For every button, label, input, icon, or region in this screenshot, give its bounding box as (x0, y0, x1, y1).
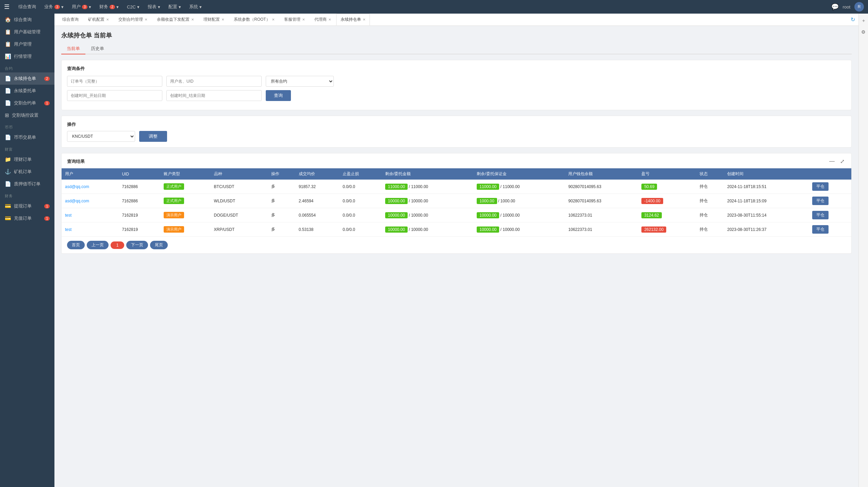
user-link[interactable]: test (65, 227, 71, 232)
card-icon: 💳 (5, 203, 11, 209)
close-position-button[interactable]: 平仓 (812, 182, 829, 191)
operation-contract-select[interactable]: KNC/USDT BTC/USDT WLD/USDT DOGE/USDT XRP… (67, 131, 135, 142)
sidebar-item-永续持仓单[interactable]: 📄 永续持仓单 2 (0, 72, 54, 85)
sidebar-item-充值订单[interactable]: 💳 充值订单 1 (0, 212, 54, 224)
user-link[interactable]: asd@qq.com (65, 184, 89, 189)
nav-item-综合查询[interactable]: 综合查询 (15, 2, 39, 11)
user-name[interactable]: root (843, 4, 850, 10)
tab-系统参数ROOT[interactable]: 系统参数（ROOT） ✕ (229, 14, 279, 26)
dropdown-icon: ▾ (199, 4, 202, 10)
tab-永续持仓单[interactable]: 永续持仓单 ✕ (336, 14, 370, 26)
tab-close-icon[interactable]: ✕ (328, 18, 331, 21)
col-status: 状态 (696, 168, 724, 180)
sidebar-item-矿机订单[interactable]: ⚓ 矿机订单 (0, 166, 54, 178)
tab-客服管理[interactable]: 客服管理 ✕ (280, 14, 309, 26)
tab-close-icon[interactable]: ✕ (106, 18, 109, 21)
cell-user: asd@qq.com (62, 194, 118, 208)
tab-label: 理财配置 (203, 17, 220, 22)
nav-item-系统[interactable]: 系统 ▾ (186, 2, 205, 11)
tab-label: 综合查询 (62, 17, 79, 22)
cell-pnl: 262132.00 (638, 222, 696, 237)
close-position-button[interactable]: 平仓 (812, 197, 829, 205)
message-icon[interactable]: 💬 (831, 3, 839, 11)
cell-direction: 多 (268, 222, 295, 237)
sidebar-item-综合查询[interactable]: 🏠 综合查询 (0, 14, 54, 26)
doc-icon: 📄 (5, 88, 11, 94)
cell-direction: 多 (268, 194, 295, 208)
adjust-button[interactable]: 调整 (139, 131, 167, 142)
nav-item-c2c[interactable]: C2C ▾ (124, 3, 143, 11)
sidebar-item-交割场控设置[interactable]: ⊞ 交割场控设置 (0, 109, 54, 121)
cell-wallet: 10622373.01 (565, 208, 638, 222)
order-no-input[interactable] (67, 76, 162, 87)
last-page-btn[interactable]: 尾页 (150, 241, 168, 249)
sidebar: 🏠 综合查询 📋 用户基础管理 📋 用户管理 📊 行情管理 合约 📄 永续持仓单… (0, 14, 54, 487)
nav-label: 报表 (148, 4, 157, 10)
tab-close-icon[interactable]: ✕ (272, 18, 275, 21)
tab-close-icon[interactable]: ✕ (363, 18, 365, 21)
cell-uid: 7162819 (118, 222, 160, 237)
sidebar-item-永续委托单[interactable]: 📄 永续委托单 (0, 85, 54, 97)
cell-remain-margin: 10000.00 / 10000.00 (473, 222, 565, 237)
tab-矿机配置[interactable]: 矿机配置 ✕ (84, 14, 113, 26)
tab-综合查询[interactable]: 综合查询 (58, 14, 83, 26)
sidebar-item-质押借币订单[interactable]: 📄 质押借币订单 (0, 178, 54, 190)
query-button[interactable]: 查询 (266, 90, 291, 101)
tab-label: 系统参数（ROOT） (234, 17, 270, 22)
tab-close-icon[interactable]: ✕ (145, 18, 147, 21)
first-page-btn[interactable]: 首页 (67, 241, 85, 249)
sidebar-item-提现订单[interactable]: 💳 提现订单 1 (0, 200, 54, 212)
contract-select[interactable]: 所有合约 BTC/USDT ETH/USDT WLD/USDT DOGE/USD… (266, 76, 334, 87)
cell-avg-price: 0.53138 (295, 222, 339, 237)
sidebar-item-用户基础管理[interactable]: 📋 用户基础管理 (0, 26, 54, 38)
sidebar-item-交割合约单[interactable]: 📄 交割合约单 1 (0, 97, 54, 109)
sidebar-item-label: 用户基础管理 (14, 29, 40, 35)
settings-icon[interactable]: ⚙ (860, 28, 867, 36)
nav-item-业务[interactable]: 业务 3 ▾ (41, 2, 67, 11)
close-position-button[interactable]: 平仓 (812, 225, 829, 234)
user-link[interactable]: asd@qq.com (65, 199, 89, 203)
username-uid-input[interactable] (166, 76, 262, 87)
nav-item-财务[interactable]: 财务 2 ▾ (96, 2, 122, 11)
tab-代理商[interactable]: 代理商 ✕ (310, 14, 335, 26)
cell-create-time: 2024-11-18T18:15:09 (724, 194, 808, 208)
cell-user: test (62, 208, 118, 222)
cell-remain-margin: 1000.00 / 1000.00 (473, 194, 565, 208)
tab-close-icon[interactable]: ✕ (222, 18, 224, 21)
nav-item-用户[interactable]: 用户 3 ▾ (68, 2, 95, 11)
tab-理财配置[interactable]: 理财配置 ✕ (199, 14, 229, 26)
sidebar-item-行情管理[interactable]: 📊 行情管理 (0, 50, 54, 63)
cell-symbol: BTC/USDT (211, 180, 268, 194)
tab-close-icon[interactable]: ✕ (302, 18, 305, 21)
close-position-button[interactable]: 平仓 (812, 211, 829, 219)
start-date-input[interactable] (67, 90, 162, 101)
tab-close-icon[interactable]: ✕ (191, 18, 194, 21)
tab-交割合约管理[interactable]: 交割合约管理 ✕ (114, 14, 152, 26)
nav-item-报表[interactable]: 报表 ▾ (144, 2, 164, 11)
expand-icon[interactable]: ⤢ (839, 157, 846, 165)
plus-icon[interactable]: ＋ (860, 16, 867, 25)
current-page-btn[interactable]: 1 (111, 241, 124, 249)
sub-tab-当前单[interactable]: 当前单 (61, 44, 85, 54)
remain-amount-tag: 10000.00 (385, 212, 408, 218)
end-date-input[interactable] (166, 90, 262, 101)
account-type-tag: 正式用户 (164, 183, 184, 190)
doc-icon: 📄 (5, 181, 11, 187)
sub-tab-历史单[interactable]: 历史单 (85, 44, 110, 54)
refresh-icon[interactable]: ↻ (851, 16, 855, 23)
user-avatar[interactable]: R (854, 2, 864, 12)
sidebar-item-理财订单[interactable]: 📁 理财订单 (0, 153, 54, 166)
prev-page-btn[interactable]: 上一页 (87, 241, 109, 249)
sidebar-item-用户管理[interactable]: 📋 用户管理 (0, 38, 54, 50)
user-link[interactable]: test (65, 213, 71, 218)
menu-toggle-icon[interactable]: ☰ (4, 3, 10, 11)
sidebar-item-币币交易单[interactable]: 📄 币币交易单 (0, 131, 54, 144)
nav-label: 系统 (189, 4, 198, 10)
top-nav-right: 💬 root R (831, 2, 864, 12)
sidebar-item-label: 交割合约单 (14, 100, 36, 106)
nav-item-配置[interactable]: 配置 ▾ (165, 2, 184, 11)
tab-余额收益下发配置[interactable]: 余额收益下发配置 ✕ (152, 14, 198, 26)
minimize-icon[interactable]: — (828, 157, 836, 165)
col-uid: UID (118, 168, 160, 180)
next-page-btn[interactable]: 下一页 (126, 241, 148, 249)
